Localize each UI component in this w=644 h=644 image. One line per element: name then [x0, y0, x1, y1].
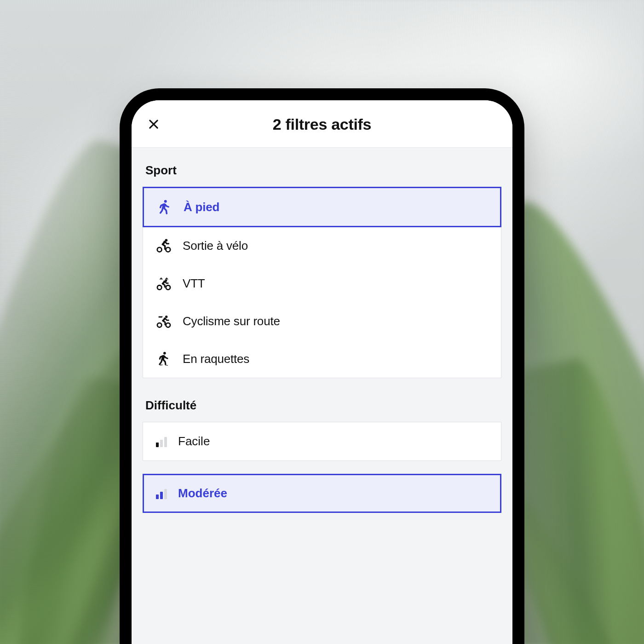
bike-icon — [156, 238, 172, 253]
svg-point-9 — [165, 316, 167, 318]
difficulty-option-label: Facile — [178, 434, 210, 448]
sport-option-snowshoe[interactable]: En raquettes — [143, 340, 501, 378]
walk-icon — [157, 199, 172, 215]
svg-point-4 — [157, 247, 162, 252]
svg-point-11 — [166, 323, 170, 327]
sport-option-label: Cyclisme sur route — [183, 314, 280, 328]
filters-content: Sport À pied Sortie à — [132, 148, 512, 644]
sport-option-label: VTT — [183, 276, 205, 291]
difficulty-option-easy[interactable]: Facile — [143, 422, 501, 461]
sport-option-mtb[interactable]: VTT — [143, 264, 501, 302]
sport-option-bike[interactable]: Sortie à vélo — [143, 227, 501, 264]
road-bike-icon — [156, 313, 172, 329]
sport-option-label: En raquettes — [183, 352, 249, 366]
difficulty-options: Facile Modérée — [143, 422, 501, 513]
difficulty-bars-icon — [156, 436, 167, 447]
sport-option-walk[interactable]: À pied — [143, 187, 501, 227]
difficulty-option-label: Modérée — [178, 486, 227, 500]
difficulty-option-moderate[interactable]: Modérée — [143, 474, 501, 513]
section-label-difficulty: Difficulté — [145, 398, 499, 413]
svg-point-2 — [164, 200, 167, 203]
mtb-icon — [156, 276, 172, 291]
svg-point-5 — [166, 247, 171, 252]
difficulty-bars-icon — [156, 488, 167, 499]
sport-options: À pied Sortie à vélo — [143, 187, 501, 378]
sport-option-label: Sortie à vélo — [183, 239, 248, 253]
header: 2 filtres actifs — [132, 100, 512, 148]
svg-point-8 — [166, 285, 170, 289]
page-title: 2 filtres actifs — [144, 115, 500, 133]
sport-option-label: À pied — [184, 200, 219, 214]
sport-option-road-cycling[interactable]: Cyclisme sur route — [143, 302, 501, 340]
svg-point-7 — [157, 285, 161, 289]
section-label-sport: Sport — [145, 163, 499, 178]
phone-frame: 2 filtres actifs Sport À pied — [120, 88, 524, 644]
snowshoe-icon — [156, 351, 172, 367]
svg-point-10 — [157, 323, 161, 327]
phone-screen: 2 filtres actifs Sport À pied — [132, 100, 512, 644]
svg-point-12 — [163, 352, 166, 355]
